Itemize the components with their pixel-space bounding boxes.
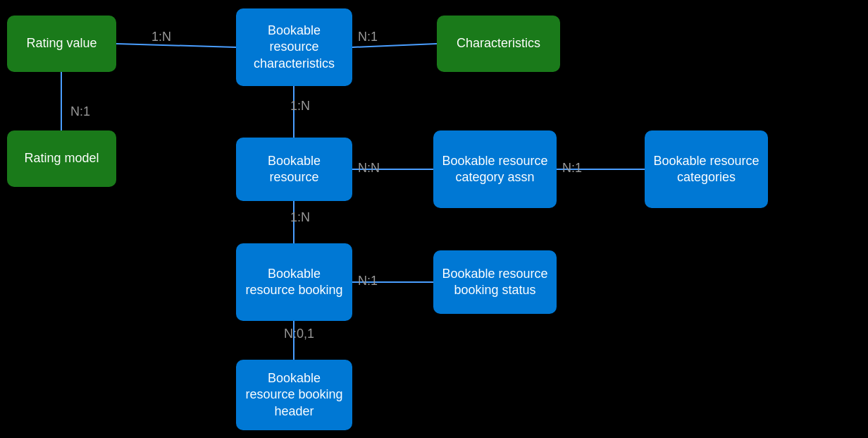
relation-n01-booking-header: N:0,1 bbox=[284, 327, 314, 341]
bookable-resource-booking-node: Bookable resource booking bbox=[236, 243, 352, 321]
rating-model-node: Rating model bbox=[7, 130, 116, 187]
relation-1n-rating-chars: 1:N bbox=[151, 30, 171, 44]
relation-nn-resource-category: N:N bbox=[358, 161, 380, 176]
characteristics-node: Characteristics bbox=[437, 16, 560, 72]
relation-1n-resource-booking: 1:N bbox=[290, 210, 310, 225]
bookable-resource-booking-header-node: Bookable resource booking header bbox=[236, 360, 352, 430]
relation-1n-chars-resource: 1:N bbox=[290, 99, 310, 114]
bookable-resource-chars-node: Bookable resource characteristics bbox=[236, 8, 352, 86]
svg-line-0 bbox=[116, 44, 236, 47]
relation-n1-chars-characteristics: N:1 bbox=[358, 30, 378, 44]
relation-n1-rating-model: N:1 bbox=[70, 104, 90, 119]
rating-value-node: Rating value bbox=[7, 16, 116, 72]
bookable-resource-categories-node: Bookable resource categories bbox=[645, 130, 768, 208]
bookable-resource-node: Bookable resource bbox=[236, 138, 352, 201]
relation-n1-booking-status: N:1 bbox=[358, 274, 378, 288]
diagram: Rating value Rating model Bookable resou… bbox=[0, 0, 868, 438]
connection-lines bbox=[0, 0, 868, 438]
bookable-resource-category-assn-node: Bookable resource category assn bbox=[433, 130, 557, 208]
bookable-resource-booking-status-node: Bookable resource booking status bbox=[433, 250, 557, 314]
relation-n1-category-assn: N:1 bbox=[562, 161, 582, 176]
